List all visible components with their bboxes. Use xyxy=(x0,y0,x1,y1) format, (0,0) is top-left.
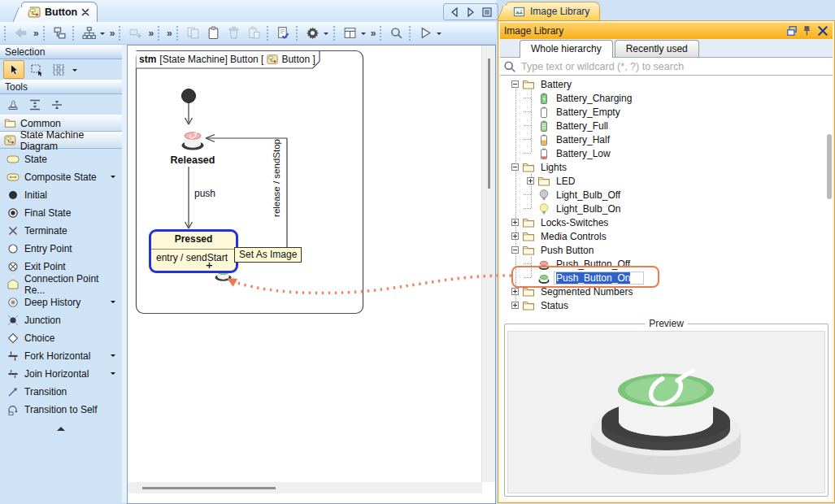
palette-item[interactable]: State xyxy=(0,150,122,168)
tree-item[interactable]: Battery_Empty xyxy=(500,105,833,119)
search-icon xyxy=(503,60,516,73)
toolbar-button[interactable] xyxy=(244,24,264,42)
library-tab[interactable]: Whole hierarchy xyxy=(520,40,613,58)
float-window-icon[interactable] xyxy=(786,25,798,37)
image-library-tab[interactable]: Image Library xyxy=(506,2,600,20)
palette-group-state-machine-diagram[interactable]: State Machine Diagram xyxy=(0,132,122,149)
item-dropdown-caret-icon[interactable] xyxy=(111,372,115,377)
tree-item[interactable]: Media Controls xyxy=(500,229,833,243)
tool-button[interactable] xyxy=(47,96,67,113)
tree-item[interactable]: LED xyxy=(500,174,833,188)
overflow-chevron[interactable]: » xyxy=(371,28,376,39)
close-icon[interactable] xyxy=(817,25,828,37)
tree-item[interactable]: Lights xyxy=(500,160,833,174)
diagram-tab-button[interactable]: Button xyxy=(21,2,98,22)
dropdown-caret-icon[interactable] xyxy=(324,33,328,37)
tree-item[interactable]: Battery xyxy=(500,77,833,91)
tab-close-icon[interactable] xyxy=(81,8,89,16)
tool-button[interactable] xyxy=(25,96,45,113)
tree-item[interactable]: Push Button xyxy=(500,243,833,257)
tree-expander[interactable] xyxy=(511,163,519,171)
tree-expander[interactable] xyxy=(527,177,534,185)
pin-icon[interactable] xyxy=(802,25,813,37)
palette-item[interactable]: Terminate xyxy=(0,222,122,240)
item-dropdown-caret-icon[interactable] xyxy=(111,176,115,180)
palette-item[interactable]: Entry Point xyxy=(0,240,122,258)
dropdown-caret-icon[interactable] xyxy=(100,33,105,37)
diagram-canvas[interactable]: Released push release / sendStop stm [St… xyxy=(127,45,496,504)
item-dropdown-caret-icon[interactable] xyxy=(111,354,115,359)
tree-item[interactable]: Status xyxy=(500,298,833,312)
library-tab[interactable]: Recently used xyxy=(615,40,699,57)
canvas-horizontal-scrollbar[interactable] xyxy=(128,482,482,493)
tree-item[interactable]: Segmented Numbers xyxy=(500,285,833,298)
toolbar-button[interactable] xyxy=(340,24,360,42)
tree-item[interactable]: Battery_Charging xyxy=(500,91,833,105)
tree-expander[interactable] xyxy=(511,302,519,309)
palette-item[interactable]: Transition xyxy=(0,383,122,401)
palette-item[interactable]: Choice xyxy=(0,329,122,347)
overflow-chevron[interactable]: » xyxy=(110,28,115,39)
toolbar-button[interactable] xyxy=(11,24,31,42)
search-input[interactable] xyxy=(520,60,829,73)
tools-dropdown-caret-icon[interactable] xyxy=(72,69,77,74)
palette-item[interactable]: Connection Point Re... xyxy=(0,276,122,293)
dropdown-caret-icon[interactable] xyxy=(361,33,366,37)
prev-tab-icon[interactable] xyxy=(449,7,460,18)
palette-item[interactable]: Junction xyxy=(0,311,122,329)
palette-item[interactable]: Join Horizontal xyxy=(0,365,122,383)
tree-scrollbar-thumb[interactable] xyxy=(827,134,832,199)
toolbar-button[interactable] xyxy=(125,24,146,42)
tree-item[interactable]: Battery_Half xyxy=(500,133,833,146)
palette-item[interactable]: Initial xyxy=(0,186,122,204)
tool-button[interactable] xyxy=(27,61,46,78)
scrollbar-thumb[interactable] xyxy=(488,59,490,189)
palette-section-header[interactable]: Tools xyxy=(0,80,122,94)
palette-item[interactable]: Transition to Self xyxy=(0,401,122,419)
tool-button[interactable] xyxy=(3,60,24,79)
canvas-vertical-scrollbar[interactable] xyxy=(481,46,495,482)
pressed-state[interactable]: Pressed entry / sendStart xyxy=(149,229,238,273)
tree-item[interactable]: Push_Button_Off xyxy=(500,257,833,271)
toolbar-button[interactable] xyxy=(415,24,436,42)
toolbar-button[interactable] xyxy=(50,24,70,42)
toolbar-button[interactable] xyxy=(183,24,203,42)
gear-icon xyxy=(306,26,320,40)
tree-expander[interactable] xyxy=(511,246,519,254)
item-dropdown-caret-icon[interactable] xyxy=(111,301,115,306)
palette-section-header[interactable]: Selection xyxy=(0,45,122,59)
tab-list-icon[interactable] xyxy=(481,7,493,18)
tree-item[interactable]: Battery_Low xyxy=(500,146,833,160)
toolbar-button[interactable] xyxy=(273,24,294,42)
scrollbar-thumb[interactable] xyxy=(142,487,276,489)
toolbar-button[interactable] xyxy=(203,24,224,42)
palette-item[interactable]: Fork Horizontal xyxy=(0,347,122,365)
dropdown-caret-icon[interactable] xyxy=(437,33,441,37)
folder-icon xyxy=(522,161,535,174)
tree-item[interactable]: Battery_Full xyxy=(500,119,833,133)
toolbar-button[interactable] xyxy=(224,24,244,42)
toolbar-button[interactable] xyxy=(302,24,323,42)
palette-item[interactable]: Deep History xyxy=(0,293,122,311)
tree-item[interactable]: Push_Button_On xyxy=(500,271,833,285)
tree-expander[interactable] xyxy=(511,80,519,88)
overflow-chevron[interactable]: » xyxy=(167,28,172,39)
overflow-chevron[interactable]: » xyxy=(33,28,38,39)
palette-item[interactable]: Final State xyxy=(0,204,122,222)
tree-expander[interactable] xyxy=(511,288,519,295)
tree-expander[interactable] xyxy=(511,232,519,240)
toolbar-button[interactable] xyxy=(386,24,407,42)
tool-button[interactable] xyxy=(3,96,23,113)
image-library-titlebar[interactable]: Image Library xyxy=(500,23,833,39)
overflow-chevron[interactable]: » xyxy=(148,28,153,39)
tree-item[interactable]: Light_Bulb_On xyxy=(500,202,833,215)
next-tab-icon[interactable] xyxy=(465,7,476,18)
palette-item-list: State Composite State Initial Final Stat… xyxy=(0,150,122,433)
palette-collapse-arrow-icon[interactable] xyxy=(57,423,65,431)
tree-expander[interactable] xyxy=(511,219,519,226)
tool-button[interactable] xyxy=(49,61,68,78)
palette-item[interactable]: Composite State xyxy=(0,168,122,186)
tree-item[interactable]: Light_Bulb_Off xyxy=(500,188,833,202)
tree-item[interactable]: Locks-Switches xyxy=(500,215,833,229)
toolbar-button[interactable] xyxy=(79,24,99,42)
